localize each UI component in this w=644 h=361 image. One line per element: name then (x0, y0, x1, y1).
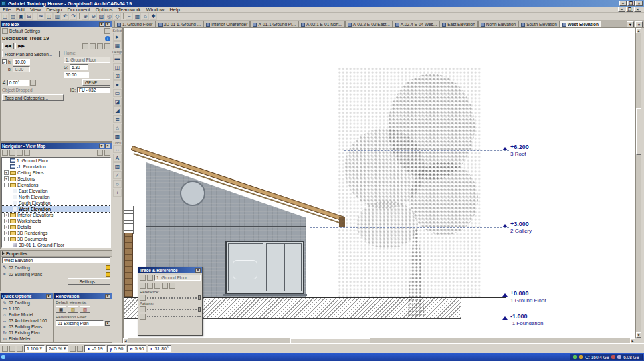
project-map-icon[interactable] (2, 150, 8, 156)
g2-field[interactable] (64, 72, 89, 78)
door-tool-icon[interactable]: ◫ (113, 63, 122, 71)
tray-network-icon[interactable] (611, 355, 615, 359)
edit-settings-icon[interactable] (104, 28, 110, 34)
quick-option-layer-combination[interactable]: ≡03 Building Plans (1, 324, 53, 330)
scroll-up-icon[interactable]: ▲ (636, 28, 641, 33)
slider-thumb[interactable] (198, 307, 201, 312)
g-field[interactable] (70, 64, 88, 70)
tab-3d-ground[interactable]: 3D-01 1. Ground ... (156, 21, 204, 27)
marquee-tool-icon[interactable]: ▦ (113, 41, 122, 49)
quick-option-pen-set[interactable]: ✎02 Drafting (1, 299, 53, 306)
tab-interior-cinerender[interactable]: Interior Cinerender (203, 21, 250, 27)
quick-option-scale[interactable]: ▭1:100 (1, 306, 53, 312)
collapse-arrow-icon[interactable] (2, 251, 5, 255)
tab-list-button[interactable]: ▾ (627, 21, 634, 27)
tree-item-sections[interactable]: +Sections (2, 176, 110, 182)
view-map-icon[interactable] (9, 150, 15, 156)
tray-status-icon[interactable] (573, 355, 577, 359)
renovation-filter-dropdown-icon[interactable]: ▾ (105, 321, 110, 326)
menu-design[interactable]: Design (46, 7, 62, 13)
menu-edit[interactable]: Edit (16, 7, 25, 13)
horizontal-scrollbar[interactable]: ◄ ► (123, 338, 635, 343)
renovation-close-button[interactable]: × (105, 294, 110, 299)
save-icon[interactable]: ▣ (17, 13, 25, 20)
tab-north-elevation[interactable]: North Elevation (478, 21, 518, 27)
pen-set-value[interactable]: 02 Drafting (9, 265, 30, 270)
demolished-status-button[interactable]: ▨ (68, 306, 78, 313)
doc-minimize-button[interactable]: – (618, 7, 625, 12)
redo-icon[interactable]: ↷ (70, 13, 77, 20)
menu-window[interactable]: Window (146, 7, 165, 13)
scale-select[interactable]: 1:100▾ (24, 345, 45, 352)
tree-item-ceiling-plans[interactable]: +Ceiling Plans (2, 170, 110, 176)
expander-icon[interactable]: + (4, 225, 9, 229)
tab-east-elevation[interactable]: East Elevation (439, 21, 478, 27)
quick-options-menu-button[interactable]: ▾ (46, 294, 51, 299)
close-button[interactable]: × (635, 1, 643, 6)
new-status-button[interactable]: ▧ (80, 306, 90, 313)
previous-favorite-button[interactable]: ◀◀ (2, 43, 14, 49)
trace-toggle-icon[interactable] (140, 275, 146, 281)
menu-view[interactable]: View (30, 7, 41, 13)
next-view-icon[interactable] (77, 346, 83, 352)
plan-view-icon[interactable] (90, 43, 96, 49)
renovation-filter-select[interactable]: 01 Existing Plan (56, 320, 104, 326)
restore-button[interactable]: ❐ (627, 1, 635, 6)
copy-icon[interactable]: ◫ (45, 13, 53, 20)
zone-tool-icon[interactable]: ▩ (113, 132, 122, 140)
gravity-icon[interactable]: ⌂ (142, 13, 149, 20)
expander-icon[interactable]: + (4, 176, 9, 181)
taskbar-app-icon[interactable] (1, 355, 5, 359)
layer-settings-icon[interactable]: ≡ (126, 13, 133, 20)
reference-rebuild-icon[interactable] (169, 283, 175, 289)
tab-west-elevation[interactable]: West Elevation (560, 21, 601, 27)
active-opacity-slider[interactable] (138, 306, 202, 312)
stair-tool-icon[interactable]: ≣ (113, 115, 122, 123)
beam-tool-icon[interactable]: ▭ (113, 89, 122, 97)
3d-preview-icon[interactable] (104, 43, 110, 49)
expander-icon[interactable]: + (4, 219, 9, 223)
tree-item-interior-elevations[interactable]: +Interior Elevations (2, 212, 110, 218)
object-tool-icon[interactable]: ⌂ (113, 124, 122, 132)
tracker-radius[interactable]: r:31.80° (148, 345, 171, 352)
tab-ground-floor[interactable]: 1. Ground Floor (114, 21, 156, 27)
publisher-icon[interactable] (24, 150, 30, 156)
home-story-field[interactable]: 1. Ground Floor (64, 57, 110, 63)
slider-thumb[interactable] (198, 295, 201, 300)
tree-item-worksheets[interactable]: +Worksheets (2, 218, 110, 224)
mirror-icon[interactable] (30, 80, 36, 86)
new-file-icon[interactable]: ▢ (1, 13, 9, 20)
doc-close-button[interactable]: × (634, 7, 641, 12)
expander-icon[interactable]: + (4, 170, 9, 175)
next-favorite-button[interactable]: ▶▶ (15, 43, 27, 49)
angle-field[interactable] (7, 80, 29, 86)
expander-icon[interactable]: + (4, 213, 9, 217)
slab-tool-icon[interactable]: ◪ (113, 98, 122, 106)
floorplan-section-button[interactable]: Floor Plan and Section... (2, 51, 60, 57)
tree-item-west-elevation[interactable]: West Elevation (2, 206, 110, 212)
tab-close-button[interactable]: × (635, 21, 643, 27)
print-icon[interactable]: ⊟ (25, 13, 33, 20)
fit-in-window-icon[interactable]: ▧ (98, 13, 105, 20)
3d-window-icon[interactable]: ◇ (114, 13, 121, 20)
dimension-tool-icon[interactable]: ↔ (113, 145, 122, 153)
arrow-tool-icon[interactable]: ► (113, 33, 122, 41)
navigator-menu-button[interactable]: ▾ (99, 144, 104, 148)
grid-snap-icon[interactable]: ▦ (134, 13, 141, 20)
text-tool-icon[interactable]: A (113, 154, 122, 162)
quick-option-structure-display[interactable]: ⌂Entire Model (1, 312, 53, 318)
menu-options[interactable]: Options (96, 7, 113, 13)
tree-item-east-elevation[interactable]: East Elevation (2, 188, 110, 194)
navigator-refresh-icon[interactable] (104, 150, 110, 156)
cut-icon[interactable]: ✂ (37, 13, 45, 20)
circle-tool-icon[interactable]: ○ (113, 180, 122, 188)
doc-restore-button[interactable]: ❐ (626, 7, 633, 12)
b-field[interactable] (13, 66, 30, 72)
height-checkbox[interactable]: ✓ (2, 59, 7, 64)
undo-icon[interactable]: ↶ (62, 13, 69, 20)
tags-categories-button[interactable]: Tags and Categories... (2, 94, 64, 101)
tab-layout-a011[interactable]: A-01.1 Ground Pl... (250, 21, 298, 27)
pen-color-icon[interactable] (2, 346, 8, 352)
open-file-icon[interactable]: ▤ (9, 13, 17, 20)
view-name-field[interactable] (2, 257, 110, 263)
